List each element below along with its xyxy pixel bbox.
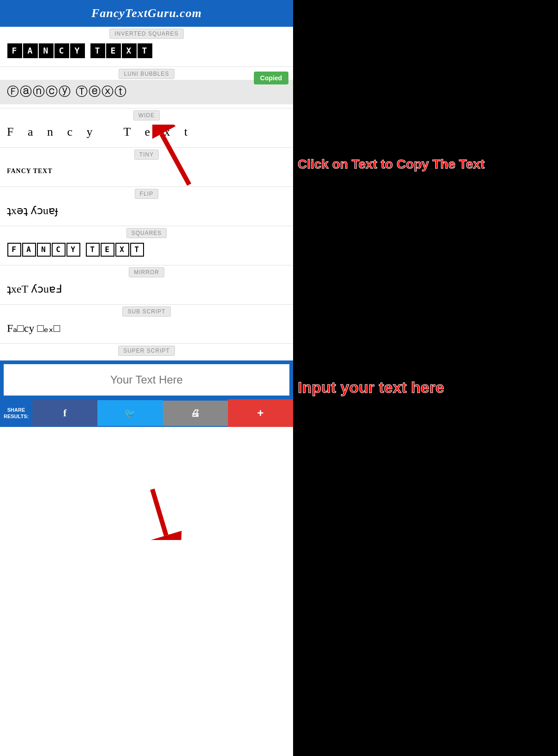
- char: N: [39, 43, 54, 58]
- style-section-flip: FLIP ʇxǝʇ ʎɔuɐɟ: [0, 187, 293, 226]
- mirror-text-content: ʇxeT ʎɔuɐℲ: [7, 282, 62, 295]
- svg-line-3: [152, 489, 166, 535]
- right-panel: Click on Text to Copy The Text Input you…: [293, 0, 558, 756]
- char: N: [37, 243, 51, 257]
- char: C: [52, 243, 66, 257]
- char: A: [23, 43, 38, 58]
- style-section-super-script: SUPER SCRIPT: [0, 344, 293, 360]
- styles-list: INVERTED SQUARES FANCYTEXT LUNI BUBBLES …: [0, 27, 293, 360]
- style-section-luni-bubbles: LUNI BUBBLES Ⓕⓐⓝⓒⓨ Ⓣⓔⓧⓣ Copied: [0, 67, 293, 108]
- share-facebook-button[interactable]: f: [32, 400, 97, 426]
- style-text-luni-bubbles[interactable]: Ⓕⓐⓝⓒⓨ Ⓣⓔⓧⓣ: [0, 80, 293, 104]
- char: T: [130, 243, 144, 257]
- style-section-sub-script: SUB SCRIPT Fₐ□cy □ₑₓ□: [0, 305, 293, 344]
- style-label-super-script: SUPER SCRIPT: [0, 348, 293, 354]
- flip-text-content: ʇxǝʇ ʎɔuɐɟ: [7, 204, 58, 217]
- site-header: FancyTextGuru.com: [0, 0, 293, 27]
- style-text-inverted-squares[interactable]: FANCYTEXT: [0, 40, 293, 63]
- char: T: [86, 243, 100, 257]
- input-annotation: Input your text here: [298, 378, 444, 396]
- style-text-squares[interactable]: FANCYTEXT: [0, 239, 293, 261]
- char: T: [138, 43, 152, 58]
- share-twitter-button[interactable]: 🐦: [97, 400, 162, 426]
- style-text-tiny[interactable]: FANCY TEXT: [0, 161, 293, 183]
- char: X: [122, 43, 137, 58]
- style-text-flip[interactable]: ʇxǝʇ ʎɔuɐɟ: [0, 200, 293, 222]
- share-plus-button[interactable]: +: [228, 399, 293, 427]
- style-text-sub-script[interactable]: Fₐ□cy □ₑₓ□: [0, 318, 293, 340]
- click-annotation: Click on Text to Copy The Text: [298, 157, 485, 172]
- sub-text-content: Fₐ□cy □ₑₓ□: [7, 322, 60, 335]
- style-label-flip: FLIP: [0, 191, 293, 197]
- copied-badge: Copied: [254, 72, 288, 84]
- style-text-wide[interactable]: F a n c y T e x t: [0, 121, 293, 144]
- share-bar: SHARERESULTS: f 🐦 🖨 +: [0, 399, 293, 427]
- char: X: [115, 243, 129, 257]
- share-label: SHARERESULTS:: [0, 402, 32, 425]
- style-label-sub-script: SUB SCRIPT: [0, 308, 293, 315]
- tiny-text-content: FANCY TEXT: [7, 168, 53, 175]
- style-section-tiny: TINY FANCY TEXT: [0, 148, 293, 187]
- char: E: [106, 43, 121, 58]
- site-title: FancyTextGuru.com: [91, 6, 202, 20]
- char: F: [7, 43, 22, 58]
- text-input[interactable]: [4, 364, 289, 396]
- luni-bubbles-text: Ⓕⓐⓝⓒⓨ Ⓣⓔⓧⓣ: [7, 84, 127, 100]
- style-section-inverted-squares: INVERTED SQUARES FANCYTEXT: [0, 27, 293, 67]
- share-print-button[interactable]: 🖨: [163, 401, 228, 426]
- char: F: [7, 243, 21, 257]
- wide-text-content: F a n c y T e x t: [7, 125, 193, 139]
- char: C: [54, 43, 69, 58]
- style-label-wide: WIDE: [0, 112, 293, 119]
- char: Y: [66, 243, 80, 257]
- style-section-mirror: MIRROR ʇxeT ʎɔuɐℲ: [0, 265, 293, 305]
- style-label-mirror: MIRROR: [0, 269, 293, 276]
- char: T: [90, 43, 105, 58]
- char: A: [22, 243, 36, 257]
- style-label-tiny: TINY: [0, 151, 293, 158]
- arrow-down-icon: [138, 485, 185, 540]
- char: E: [101, 243, 114, 257]
- left-panel: FancyTextGuru.com INVERTED SQUARES FANCY…: [0, 0, 293, 756]
- style-section-squares: SQUARES FANCYTEXT: [0, 226, 293, 265]
- style-section-wide: WIDE F a n c y T e x t: [0, 108, 293, 148]
- style-text-mirror[interactable]: ʇxeT ʎɔuɐℲ: [0, 278, 293, 300]
- style-label-squares: SQUARES: [0, 230, 293, 236]
- style-label-luni-bubbles: LUNI BUBBLES: [0, 71, 293, 77]
- input-area: [0, 360, 293, 399]
- style-label-inverted-squares: INVERTED SQUARES: [0, 30, 293, 37]
- char: Y: [70, 43, 85, 58]
